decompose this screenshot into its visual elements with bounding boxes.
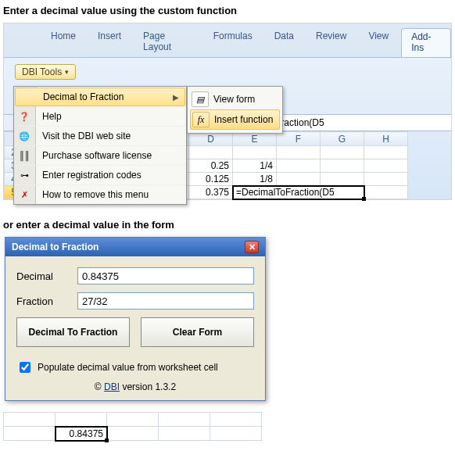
decimal-to-fraction-dialog: Decimal to Fraction ✕ Decimal Fraction D… xyxy=(5,237,266,401)
decimal-to-fraction-submenu: ▤ View form fx Insert function xyxy=(187,86,283,134)
chevron-down-icon: ▾ xyxy=(65,68,69,76)
fx-icon: fx xyxy=(192,112,210,127)
cell-e3[interactable]: 1/4 xyxy=(233,159,277,173)
menu-item-label: Visit the DBI web site xyxy=(42,131,131,141)
menu-item-help[interactable]: ❓ Help xyxy=(14,107,186,127)
dialog-titlebar[interactable]: Decimal to Fraction ✕ xyxy=(5,238,265,256)
column-header-d[interactable]: D xyxy=(189,132,233,146)
tab-insert[interactable]: Insert xyxy=(88,28,131,57)
form-icon: ▤ xyxy=(192,91,209,107)
tab-data[interactable]: Data xyxy=(265,28,303,57)
cell[interactable] xyxy=(233,146,277,159)
cell[interactable] xyxy=(210,427,262,441)
column-header-g[interactable]: G xyxy=(321,132,364,146)
heading-form: or enter a decimal value in the form xyxy=(3,219,452,231)
globe-icon: 🌐 xyxy=(18,130,30,142)
cell[interactable] xyxy=(364,186,408,199)
clear-form-button[interactable]: Clear Form xyxy=(141,317,254,347)
dialog-credit: © DBI version 1.3.2 xyxy=(16,381,254,392)
menu-item-label: Help xyxy=(42,111,62,122)
menu-item-decimal-to-fraction[interactable]: Decimal to Fraction ▶ xyxy=(15,88,185,106)
barcode-icon: ║║ xyxy=(18,149,30,162)
tab-add-ins[interactable]: Add-Ins xyxy=(401,28,451,57)
help-icon: ❓ xyxy=(18,110,30,123)
tab-page-layout[interactable]: Page Layout xyxy=(134,28,201,57)
cell[interactable] xyxy=(364,159,408,173)
cell[interactable] xyxy=(321,173,364,186)
cell[interactable] xyxy=(189,146,233,159)
copyright-icon: © xyxy=(95,381,102,392)
submenu-label: View form xyxy=(213,94,255,105)
fraction-label: Fraction xyxy=(16,295,77,307)
heading-custom-function: Enter a decimal value using the custom f… xyxy=(3,5,452,16)
cell[interactable] xyxy=(277,146,321,159)
cell[interactable] xyxy=(107,413,159,427)
cell[interactable] xyxy=(277,159,321,173)
dbi-link[interactable]: DBI xyxy=(104,381,120,392)
selected-cell-value[interactable]: 0.84375 xyxy=(56,427,107,441)
cell[interactable] xyxy=(210,413,262,427)
cell[interactable] xyxy=(159,413,210,427)
dbi-tools-label: DBI Tools xyxy=(22,66,62,77)
menu-item-registration[interactable]: ⊶ Enter registration codes xyxy=(14,166,186,185)
cell[interactable] xyxy=(364,146,408,159)
menu-item-visit-site[interactable]: 🌐 Visit the DBI web site xyxy=(14,127,186,146)
cell-e4[interactable]: 1/8 xyxy=(233,173,277,186)
cell[interactable] xyxy=(4,413,56,427)
submenu-view-form[interactable]: ▤ View form xyxy=(190,90,280,109)
menu-item-label: How to remove this menu xyxy=(42,189,149,200)
column-header-f[interactable]: F xyxy=(277,132,321,146)
cell[interactable] xyxy=(364,173,408,186)
decimal-input[interactable] xyxy=(77,267,254,285)
dbi-tools-menu: Decimal to Fraction ▶ ❓ Help 🌐 Visit the… xyxy=(13,86,187,205)
menu-item-purchase[interactable]: ║║ Purchase software license xyxy=(14,146,186,166)
decimal-label: Decimal xyxy=(16,270,77,282)
cell[interactable] xyxy=(159,427,210,441)
chevron-right-icon: ▶ xyxy=(173,93,179,102)
column-header-h[interactable]: H xyxy=(364,132,408,146)
dialog-title: Decimal to Fraction xyxy=(12,242,99,252)
populate-checkbox[interactable] xyxy=(20,362,30,373)
populate-checkbox-label: Populate decimal value from worksheet ce… xyxy=(38,362,218,373)
tab-home[interactable]: Home xyxy=(41,28,85,57)
menu-item-label: Purchase software license xyxy=(42,150,152,161)
tab-formulas[interactable]: Formulas xyxy=(204,28,262,57)
menu-item-label: Decimal to Fraction xyxy=(43,91,124,102)
cell[interactable] xyxy=(56,413,107,427)
close-icon[interactable]: ✕ xyxy=(245,241,259,253)
cell-d5[interactable]: 0.375 xyxy=(189,186,233,199)
cell[interactable] xyxy=(4,427,56,441)
tab-view[interactable]: View xyxy=(359,28,398,57)
worksheet-grid-secondary: 0.84375 xyxy=(3,412,262,441)
cell-d3[interactable]: 0.25 xyxy=(189,159,233,173)
cell-e5-editing[interactable]: =DecimalToFraction(D5 xyxy=(233,186,364,199)
submenu-insert-function[interactable]: fx Insert function xyxy=(190,109,280,130)
ribbon-tabs: Home Insert Page Layout Formulas Data Re… xyxy=(4,28,451,57)
decimal-to-fraction-button[interactable]: Decimal To Fraction xyxy=(16,317,130,347)
fraction-input[interactable] xyxy=(77,292,254,310)
delete-icon: ✗ xyxy=(18,188,30,201)
cell[interactable] xyxy=(321,159,364,173)
menu-item-label: Enter registration codes xyxy=(42,170,142,181)
cell-d4[interactable]: 0.125 xyxy=(189,173,233,186)
column-header-e[interactable]: E xyxy=(233,132,277,146)
key-icon: ⊶ xyxy=(18,169,30,181)
dbi-tools-button[interactable]: DBI Tools ▾ xyxy=(15,64,76,80)
cell[interactable] xyxy=(321,146,364,159)
version-text: version 1.3.2 xyxy=(122,381,176,392)
tab-review[interactable]: Review xyxy=(306,28,356,57)
menu-item-remove[interactable]: ✗ How to remove this menu xyxy=(14,185,186,204)
ribbon: Home Insert Page Layout Formulas Data Re… xyxy=(3,23,452,200)
submenu-label: Insert function xyxy=(214,114,273,125)
cell[interactable] xyxy=(107,427,159,441)
cell[interactable] xyxy=(277,173,321,186)
